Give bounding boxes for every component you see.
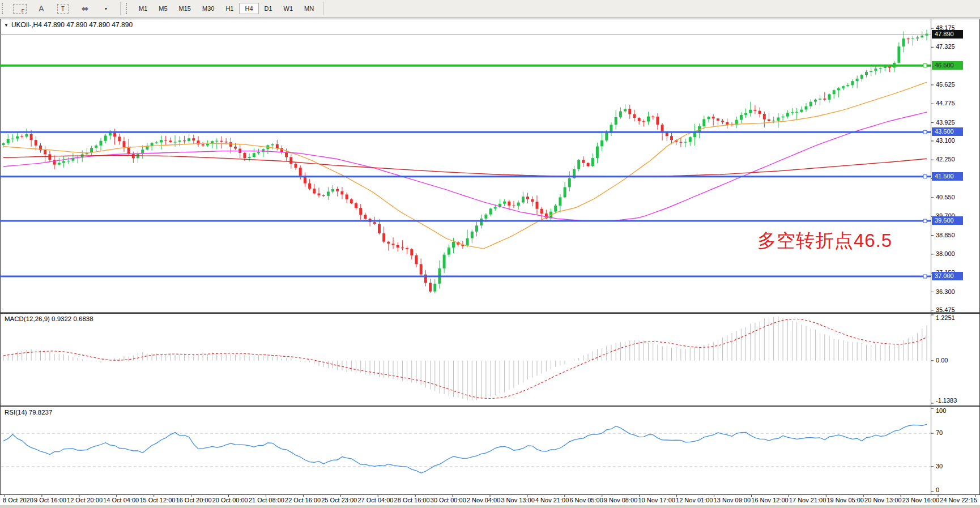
toolbar: FAT◆◆▼ M1M5M15M30H1H4D1W1MN [0,0,980,18]
time-axis-label: 22 Oct 16:00 [285,497,321,503]
timeframe-h1-button[interactable]: H1 [220,3,239,14]
macd-indicator-label: MACD(12,26,9) 0.9322 0.6838 [5,315,93,322]
timeframe-mn-button[interactable]: MN [299,3,319,14]
shapes-dropdown-icon[interactable]: ▼ [97,2,114,15]
time-axis[interactable]: 8 Oct 20209 Oct 16:0012 Oct 20:0014 Oct … [0,497,980,503]
toolbar-separator [120,2,121,15]
time-axis-label: 20 Nov 13:00 [864,497,901,503]
time-axis-label: 28 Oct 16:00 [394,497,430,503]
time-axis-label: 13 Nov 09:00 [714,497,751,503]
price-level-badge-43.500[interactable]: 43.500 [932,127,963,136]
timeframes-group: M1M5M15M30H1H4D1W1MN [133,3,319,14]
time-axis-label: 19 Nov 05:00 [826,497,863,503]
chart-title: ▼UKOil-,H4 47.890 47.890 47.890 47.890 [4,21,133,29]
price-level-badge-47.890[interactable]: 47.890 [932,30,963,39]
time-axis-label: 27 Oct 04:00 [357,497,393,503]
collapse-triangle-icon[interactable]: ▼ [4,23,8,28]
price-level-badge-41.500[interactable]: 41.500 [932,172,963,181]
bottom-strip [0,505,980,508]
time-axis-label: 30 Oct 00:00 [431,497,466,503]
time-axis-label: 12 Oct 20:00 [67,497,103,503]
time-axis-label: 17 Nov 21:00 [789,497,826,503]
drawing-tools-group: FAT◆◆▼ [9,2,117,15]
timeframe-w1-button[interactable]: W1 [278,3,299,14]
time-axis-label: 3 Nov 13:00 [501,497,534,503]
time-axis-label: 24 Nov 22:15 [940,497,977,503]
price-level-badge-39.500[interactable]: 39.500 [932,216,963,225]
toolbar-grip-handle[interactable] [2,3,6,14]
time-axis-label: 2 Nov 04:00 [467,497,500,503]
timeframe-d1-button[interactable]: D1 [259,3,278,14]
time-axis-label: 21 Oct 08:00 [249,497,284,503]
time-axis-label: 10 Nov 17:00 [638,497,675,503]
time-axis-label: 9 Oct 16:00 [34,497,66,503]
chart-canvas[interactable] [0,0,980,508]
time-axis-label: 9 Nov 08:00 [604,497,637,503]
timeframe-m5-button[interactable]: M5 [153,3,173,14]
time-axis-label: 20 Oct 00:00 [212,497,248,503]
shapes-tool-icon[interactable]: ◆◆ [76,2,93,15]
time-axis-label: 4 Nov 21:00 [535,497,569,503]
fibonacci-tool-icon[interactable]: F [11,2,28,15]
text-label-tool-icon[interactable]: A [33,2,50,15]
timeframe-m15-button[interactable]: M15 [173,3,197,14]
toolbar-separator [323,2,323,15]
time-axis-label: 16 Oct 20:00 [176,497,212,503]
timeframe-h4-button[interactable]: H4 [239,3,258,14]
time-axis-label: 16 Nov 12:00 [751,497,788,503]
chart-title-text: UKOil-,H4 47.890 47.890 47.890 47.890 [11,21,133,29]
time-axis-label: 6 Nov 05:00 [569,497,603,503]
time-axis-label: 25 Oct 23:00 [321,497,357,503]
time-axis-label: 8 Oct 2020 [3,497,33,503]
time-axis-label: 23 Nov 16:00 [902,497,939,503]
rsi-indicator-label: RSI(14) 79.8237 [5,409,52,416]
price-level-badge-46.500[interactable]: 46.500 [932,61,963,70]
annotation-text[interactable]: 多空转折点46.5 [757,228,892,254]
price-level-badge-37.000[interactable]: 37.000 [932,272,963,280]
text-box-tool-icon[interactable]: T [54,2,71,15]
time-axis-label: 12 Nov 01:00 [676,497,713,503]
time-axis-label: 15 Oct 12:00 [139,497,175,503]
timeframe-m1-button[interactable]: M1 [133,3,153,14]
timeframe-m30-button[interactable]: M30 [197,3,220,14]
time-axis-label: 14 Oct 04:00 [103,497,139,503]
timeframes-grip-handle[interactable] [126,3,130,14]
